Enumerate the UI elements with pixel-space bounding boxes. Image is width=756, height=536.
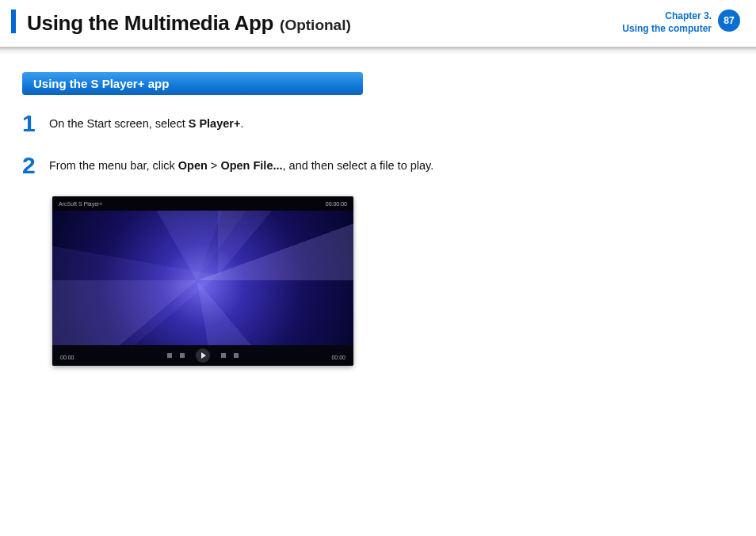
content-area: Using the S Player+ app 1 On the Start s… [0, 55, 756, 366]
header-divider [0, 47, 756, 55]
prev-icon[interactable] [167, 353, 172, 358]
player-screenshot: ArcSoft S Player+ 00:00:00 00:00 00:00 [52, 196, 353, 366]
play-icon [201, 352, 206, 359]
player-top-time: 00:00:00 [326, 201, 347, 207]
step-number: 2 [22, 154, 40, 176]
steps-list: 1 On the Start screen, select S Player+.… [22, 112, 442, 366]
step-body: On the Start screen, select S Player+. [49, 112, 243, 132]
step2-mid: > [208, 159, 221, 172]
step2-pre: From the menu bar, click [49, 159, 178, 172]
play-button[interactable] [196, 348, 210, 363]
player-time-total: 00:00 [331, 355, 346, 360]
player-video-area [52, 211, 353, 345]
step-number: 1 [22, 112, 40, 134]
page-number-badge: 87 [718, 10, 740, 32]
step2-bold2: Open File... [220, 159, 282, 172]
chapter-line1: Chapter 3. [622, 10, 712, 22]
chapter-label: Chapter 3. Using the computer [622, 10, 712, 35]
page-header: Using the Multimedia App (Optional) Chap… [0, 0, 756, 42]
step1-pre: On the Start screen, select [49, 117, 189, 130]
step-body: From the menu bar, click Open > Open Fil… [49, 154, 433, 174]
section-heading: Using the S Player+ app [22, 72, 363, 95]
next-icon[interactable] [234, 353, 239, 358]
step-1: 1 On the Start screen, select S Player+. [22, 112, 442, 134]
step1-post: . [240, 117, 243, 130]
player-topbar: ArcSoft S Player+ 00:00:00 [52, 196, 353, 211]
rewind-icon[interactable] [180, 353, 185, 358]
step1-bold: S Player+ [189, 117, 241, 130]
step-2: 2 From the menu bar, click Open > Open F… [22, 154, 442, 176]
step2-bold1: Open [178, 159, 208, 172]
chapter-line2: Using the computer [622, 22, 712, 35]
player-controls [52, 345, 353, 366]
page-title: Using the Multimedia App [27, 11, 273, 35]
forward-icon[interactable] [221, 353, 226, 358]
player-time-current: 00:00 [60, 355, 74, 360]
accent-bar [11, 10, 16, 33]
player-app-name: ArcSoft S Player+ [59, 201, 102, 207]
page-number: 87 [718, 10, 740, 32]
page-subtitle: (Optional) [280, 17, 351, 33]
step2-post: , and then select a file to play. [283, 159, 434, 172]
